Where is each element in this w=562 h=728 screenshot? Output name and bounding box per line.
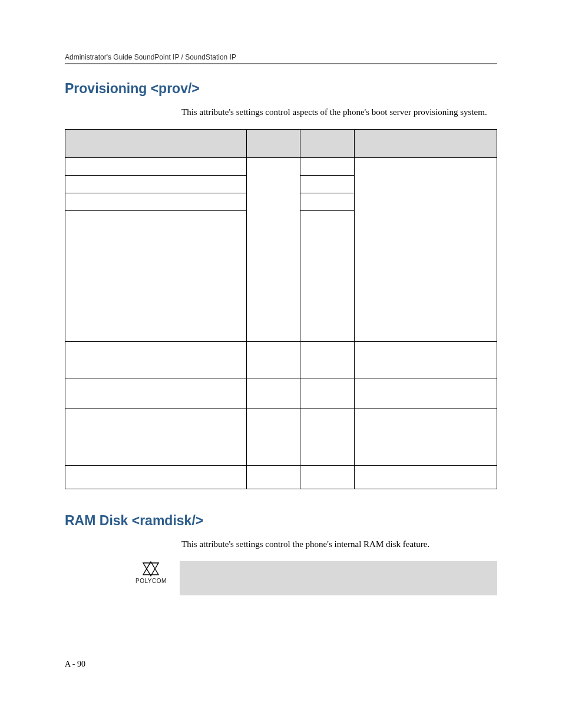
- table-header-cell: [246, 130, 300, 158]
- svg-marker-1: [143, 563, 158, 576]
- running-header: Administrator's Guide SoundPoint IP / So…: [65, 53, 497, 61]
- page-number: A - 90: [65, 660, 85, 669]
- table-cell: [300, 409, 355, 466]
- table-row: [65, 378, 497, 409]
- table-header-cell: [300, 130, 355, 158]
- header-rule: [65, 63, 497, 64]
- note-block: POLYCOM: [135, 561, 497, 595]
- table-cell: [65, 342, 247, 378]
- table-header-row: [65, 130, 497, 158]
- table-cell: [355, 409, 497, 466]
- table-cell: [300, 176, 355, 193]
- table-cell: [65, 158, 247, 176]
- provisioning-intro: This attribute's settings control aspect…: [181, 106, 497, 118]
- table-row: [65, 409, 497, 466]
- table-cell: [65, 378, 247, 409]
- table-cell: [246, 378, 300, 409]
- ramdisk-intro: This attribute's settings control the ph…: [181, 538, 497, 551]
- table-cell: [246, 466, 300, 489]
- table-row: [65, 466, 497, 489]
- table-cell: [65, 409, 247, 466]
- table-row: [65, 158, 497, 176]
- table-cell: [355, 158, 497, 342]
- polycom-logo-text: POLYCOM: [135, 578, 167, 584]
- provisioning-table: [65, 129, 497, 489]
- table-cell: [65, 466, 247, 489]
- table-cell: [246, 342, 300, 378]
- polycom-logo-icon: [142, 561, 160, 577]
- table-cell: [300, 342, 355, 378]
- table-cell: [65, 193, 247, 211]
- table-header-cell: [65, 130, 247, 158]
- polycom-logo: POLYCOM: [135, 561, 167, 584]
- section-heading-provisioning: Provisioning <prov/>: [65, 81, 497, 97]
- note-box: [180, 561, 497, 595]
- page: Administrator's Guide SoundPoint IP / So…: [0, 0, 562, 728]
- section-heading-ramdisk: RAM Disk <ramdisk/>: [65, 513, 497, 529]
- table-cell: [246, 409, 300, 466]
- table-cell: [300, 193, 355, 211]
- table-cell: [300, 378, 355, 409]
- table-cell: [65, 176, 247, 193]
- table-cell: [355, 342, 497, 378]
- table-cell: [246, 158, 300, 342]
- table-cell: [300, 466, 355, 489]
- table-header-cell: [355, 130, 497, 158]
- table-row: [65, 342, 497, 378]
- table-cell: [300, 211, 355, 342]
- table-cell: [355, 378, 497, 409]
- table-cell: [355, 466, 497, 489]
- table-cell: [65, 211, 247, 342]
- table-cell: [300, 158, 355, 176]
- svg-marker-0: [143, 562, 158, 575]
